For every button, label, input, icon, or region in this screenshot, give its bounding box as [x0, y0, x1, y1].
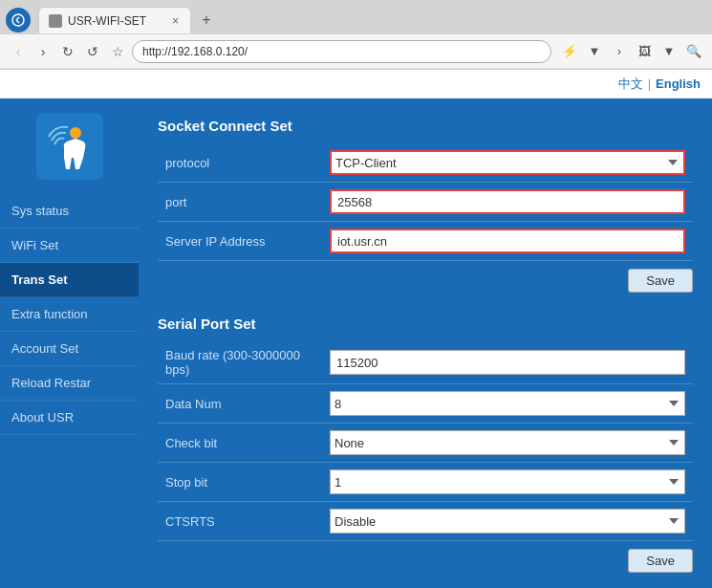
server-ip-row: Server IP Address: [158, 222, 693, 261]
stop-bit-row: Stop bit 1 2: [158, 463, 693, 502]
check-bit-label: Check bit: [158, 424, 330, 463]
port-row: port: [158, 183, 693, 222]
logo-box: [36, 113, 103, 180]
protocol-row: protocol TCP-Client TCP-Server UDP-Clien…: [158, 143, 693, 183]
ctsrts-row: CTSRTS Disable Enable: [158, 502, 693, 541]
check-bit-input-cell: None Odd Even: [330, 424, 693, 463]
main-area: Socket Connect Set protocol TCP-Client T…: [139, 98, 712, 588]
lang-separator: |: [648, 76, 651, 91]
sidebar-logo: [0, 98, 139, 194]
data-num-label: Data Num: [158, 384, 330, 424]
search-icon[interactable]: 🔍: [683, 41, 704, 62]
address-bar[interactable]: [132, 40, 551, 63]
port-input-cell: [330, 183, 693, 222]
tab-title: USR-WIFI-SET: [68, 14, 164, 28]
dropdown2-icon[interactable]: ▼: [658, 41, 680, 62]
sidebar-item-sys-status[interactable]: Sys status: [0, 194, 139, 229]
back-button[interactable]: ‹: [8, 41, 29, 62]
ctsrts-label: CTSRTS: [158, 502, 330, 541]
image-icon: 🖼: [634, 41, 655, 62]
serial-save-row: Save: [158, 541, 693, 577]
sidebar-item-about-usr[interactable]: About USR: [0, 401, 139, 435]
server-ip-input[interactable]: [330, 229, 685, 253]
tab-favicon: [49, 14, 62, 28]
socket-connect-title: Socket Connect Set: [158, 118, 693, 134]
baud-rate-label: Baud rate (300-3000000 bps): [158, 341, 330, 384]
dropdown-icon[interactable]: ▼: [584, 41, 605, 62]
sidebar: Sys status WiFi Set Trans Set Extra func…: [0, 98, 139, 588]
tab-close-button[interactable]: ×: [170, 14, 181, 28]
data-num-row: Data Num 5 6 7 8: [158, 384, 693, 424]
serial-save-button[interactable]: Save: [628, 549, 693, 573]
protocol-input-cell: TCP-Client TCP-Server UDP-Client UDP-Ser…: [330, 143, 693, 183]
browser-back-icon: [6, 8, 31, 33]
logo-icon: [45, 121, 95, 171]
home-button[interactable]: ↺: [82, 41, 103, 62]
serial-port-table: Baud rate (300-3000000 bps) Data Num 5 6…: [158, 341, 693, 541]
data-num-input-cell: 5 6 7 8: [330, 384, 693, 424]
stop-bit-input-cell: 1 2: [330, 463, 693, 502]
stop-bit-label: Stop bit: [158, 463, 330, 502]
protocol-label: protocol: [158, 143, 330, 183]
lightning-icon: ⚡: [559, 41, 580, 62]
sidebar-item-trans-set[interactable]: Trans Set: [0, 263, 139, 297]
serial-port-title: Serial Port Set: [158, 316, 693, 332]
baud-rate-input-cell: [330, 341, 693, 384]
ctsrts-input-cell: Disable Enable: [330, 502, 693, 541]
sidebar-item-extra-function[interactable]: Extra function: [0, 297, 139, 332]
ctsrts-select[interactable]: Disable Enable: [330, 509, 685, 534]
svg-point-1: [70, 127, 81, 139]
star-button[interactable]: ☆: [107, 41, 128, 62]
new-tab-button[interactable]: +: [195, 9, 218, 32]
browser-tab[interactable]: USR-WIFI-SET ×: [38, 7, 191, 33]
port-label: port: [158, 183, 330, 222]
check-bit-select[interactable]: None Odd Even: [330, 430, 685, 455]
socket-connect-table: protocol TCP-Client TCP-Server UDP-Clien…: [158, 143, 693, 261]
port-input[interactable]: [330, 189, 685, 214]
lang-english[interactable]: English: [656, 76, 701, 91]
stop-bit-select[interactable]: 1 2: [330, 469, 685, 494]
sidebar-nav: Sys status WiFi Set Trans Set Extra func…: [0, 194, 139, 435]
check-bit-row: Check bit None Odd Even: [158, 424, 693, 463]
svg-point-0: [12, 14, 24, 26]
sidebar-item-wifi-set[interactable]: WiFi Set: [0, 229, 139, 263]
socket-save-row: Save: [158, 261, 693, 296]
sidebar-item-account-set[interactable]: Account Set: [0, 332, 139, 366]
baud-rate-row: Baud rate (300-3000000 bps): [158, 341, 693, 384]
sidebar-item-reload-restart[interactable]: Reload Restar: [0, 366, 139, 401]
forward-button[interactable]: ›: [32, 41, 54, 62]
socket-connect-section: Socket Connect Set protocol TCP-Client T…: [158, 118, 693, 296]
serial-port-section: Serial Port Set Baud rate (300-3000000 b…: [158, 316, 693, 577]
data-num-select[interactable]: 5 6 7 8: [330, 391, 685, 416]
protocol-select[interactable]: TCP-Client TCP-Server UDP-Client UDP-Ser…: [330, 150, 685, 175]
forward-nav-icon[interactable]: ›: [609, 41, 630, 62]
server-ip-label: Server IP Address: [158, 222, 330, 261]
baud-rate-input[interactable]: [330, 350, 685, 375]
refresh-button[interactable]: ↻: [57, 41, 78, 62]
socket-save-button[interactable]: Save: [628, 269, 693, 293]
server-ip-input-cell: [330, 222, 693, 261]
lang-chinese[interactable]: 中文: [618, 76, 643, 93]
